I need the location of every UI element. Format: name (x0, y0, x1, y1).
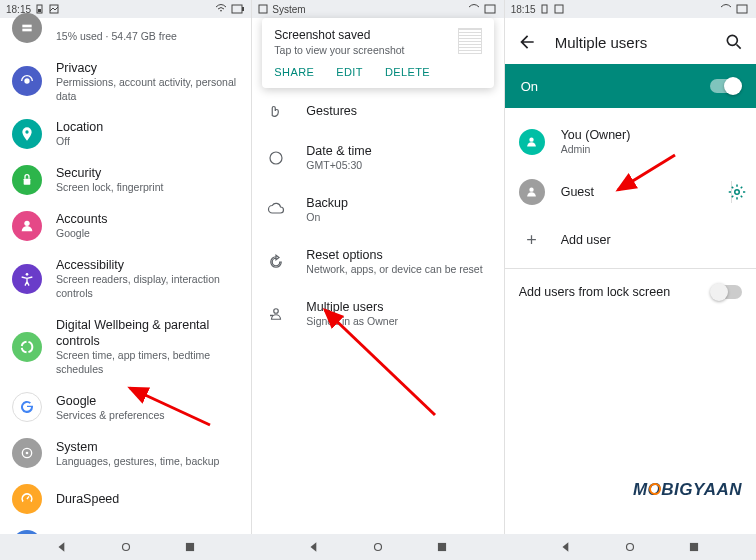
screenshot-notification[interactable]: Screenshot saved Tap to view your screen… (262, 18, 493, 88)
system-item-backup[interactable]: BackupOn (252, 184, 503, 236)
edit-button[interactable]: EDIT (336, 66, 363, 78)
back-nav-icon[interactable] (307, 540, 321, 554)
user-item-guest[interactable]: Guest (505, 168, 756, 216)
svg-rect-23 (737, 5, 747, 13)
lock-screen-switch[interactable] (712, 285, 742, 299)
settings-item-duraspeed[interactable]: DuraSpeed (0, 476, 251, 522)
duraspeed-icon (12, 484, 42, 514)
master-toggle-bar[interactable]: On (505, 64, 756, 108)
settings-item-security[interactable]: SecurityScreen lock, fingerprint (0, 157, 251, 203)
picture-icon (554, 4, 564, 14)
item-subtitle: Services & preferences (56, 409, 239, 423)
svg-point-7 (24, 79, 29, 84)
breadcrumb: System (272, 4, 305, 15)
svg-point-30 (375, 544, 382, 551)
item-title: Accessibility (56, 257, 239, 273)
header: Multiple users (505, 20, 756, 64)
system-item-multiple-users[interactable]: Multiple usersSigned in as Owner (252, 288, 503, 340)
recent-nav-icon[interactable] (435, 540, 449, 554)
item-title: Gestures (306, 103, 489, 119)
google-icon (12, 392, 42, 422)
item-title: You (Owner) (561, 127, 742, 143)
svg-rect-5 (22, 24, 31, 27)
item-subtitle: Google (56, 227, 239, 241)
item-title: Guest (561, 184, 715, 200)
picture-icon (258, 4, 268, 14)
item-subtitle: Screen lock, fingerprint (56, 181, 239, 195)
settings-item-user-guide[interactable]: User Guide (0, 522, 251, 534)
svg-rect-33 (690, 543, 698, 551)
status-bar: 18:15 (0, 0, 251, 18)
user-item-you-owner-[interactable]: You (Owner)Admin (505, 116, 756, 168)
settings-item-digital-wellbeing-parental-controls[interactable]: Digital Wellbeing & parental controlsScr… (0, 309, 251, 385)
storage-icon (12, 13, 42, 43)
screenshot-thumbnail[interactable] (458, 28, 482, 54)
item-subtitle: Screen readers, display, interaction con… (56, 273, 239, 300)
back-nav-icon[interactable] (559, 540, 573, 554)
settings-item-storage[interactable]: 15% used · 54.47 GB free (0, 22, 251, 52)
item-title: Google (56, 393, 239, 409)
svg-rect-22 (555, 5, 563, 13)
battery-icon (35, 4, 45, 14)
avatar-icon (519, 179, 545, 205)
lock-screen-row[interactable]: Add users from lock screen (505, 273, 756, 311)
battery-status-icon (231, 4, 245, 14)
settings-item-accounts[interactable]: AccountsGoogle (0, 203, 251, 249)
wellbeing-icon (12, 332, 42, 362)
toggle-label: On (521, 79, 538, 94)
settings-item-google[interactable]: GoogleServices & preferences (0, 384, 251, 430)
item-subtitle: Permissions, account activity, personal … (56, 76, 239, 103)
user-item-add-user[interactable]: Add user (505, 216, 756, 264)
item-title: Multiple users (306, 299, 489, 315)
svg-point-28 (123, 544, 130, 551)
settings-item-location[interactable]: LocationOff (0, 111, 251, 157)
item-subtitle: GMT+05:30 (306, 159, 489, 173)
svg-rect-4 (242, 7, 244, 11)
item-title: Digital Wellbeing & parental controls (56, 317, 239, 350)
svg-rect-6 (22, 28, 31, 31)
status-bar: System (252, 0, 503, 18)
recent-nav-icon[interactable] (183, 540, 197, 554)
item-title: System (56, 439, 239, 455)
system-item-gestures[interactable]: Gestures (252, 90, 503, 132)
clock: 18:15 (511, 4, 536, 15)
system-pane: System Screenshot saved Tap to view your… (251, 0, 503, 534)
item-subtitle: Network, apps, or device can be reset (306, 263, 489, 277)
privacy-icon (12, 66, 42, 96)
item-title: Add user (561, 232, 742, 248)
master-switch[interactable] (710, 79, 740, 93)
home-nav-icon[interactable] (623, 540, 637, 554)
svg-point-11 (26, 273, 29, 276)
location-icon (12, 119, 42, 149)
backup-icon (266, 200, 286, 220)
system-item-reset-options[interactable]: Reset optionsNetwork, apps, or device ca… (252, 236, 503, 288)
svg-rect-21 (542, 5, 547, 13)
item-title: Reset options (306, 247, 489, 263)
home-nav-icon[interactable] (371, 540, 385, 554)
accounts-icon (12, 211, 42, 241)
item-subtitle: On (306, 211, 489, 225)
battery-status-icon (484, 4, 498, 14)
settings-item-accessibility[interactable]: AccessibilityScreen readers, display, in… (0, 249, 251, 309)
recent-nav-icon[interactable] (687, 540, 701, 554)
navigation-bar (0, 534, 756, 560)
item-subtitle: Admin (561, 143, 742, 157)
share-button[interactable]: SHARE (274, 66, 314, 78)
delete-button[interactable]: DELETE (385, 66, 430, 78)
svg-rect-17 (259, 5, 267, 13)
system-item-date-time[interactable]: Date & timeGMT+05:30 (252, 132, 503, 184)
home-nav-icon[interactable] (119, 540, 133, 554)
gear-icon[interactable] (728, 183, 746, 201)
search-icon[interactable] (724, 32, 744, 52)
svg-point-32 (627, 544, 634, 551)
settings-item-system[interactable]: SystemLanguages, gestures, time, backup (0, 430, 251, 476)
back-nav-icon[interactable] (55, 540, 69, 554)
svg-point-25 (529, 138, 533, 142)
wifi-icon (215, 4, 227, 14)
svg-point-20 (274, 308, 279, 313)
back-icon[interactable] (517, 32, 537, 52)
item-title: Location (56, 119, 239, 135)
gestures-icon (266, 101, 286, 121)
settings-item-privacy[interactable]: PrivacyPermissions, account activity, pe… (0, 52, 251, 112)
svg-rect-3 (232, 5, 242, 13)
